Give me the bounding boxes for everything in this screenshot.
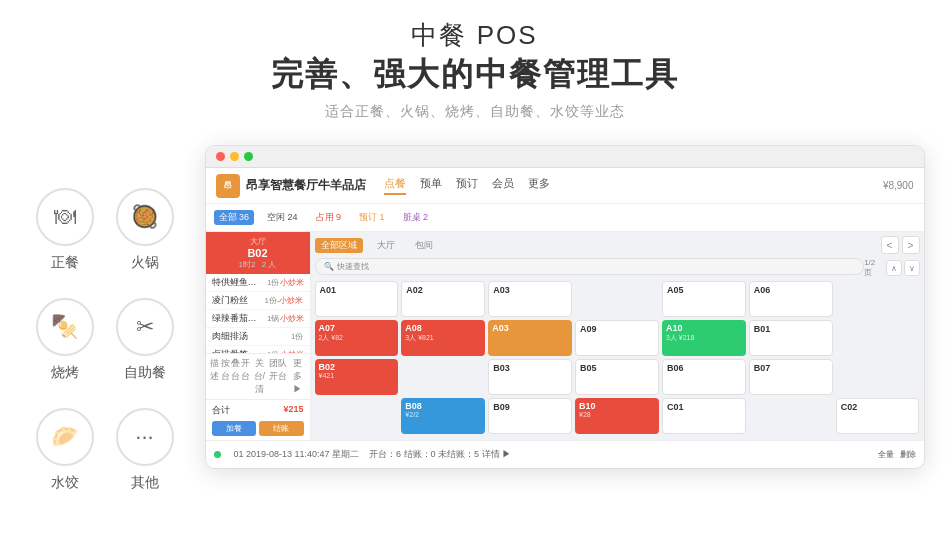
subtitle: 适合正餐、火锅、烧烤、自助餐、水饺等业态 — [271, 103, 679, 121]
table-info: 3人 ¥218 — [666, 333, 742, 343]
table-name: A08 — [405, 323, 481, 333]
icon-item-qita[interactable]: ··· 其他 — [105, 395, 185, 505]
table-cell-B02[interactable]: B02 ¥421 — [315, 359, 399, 395]
table-cell-A02[interactable]: A02 — [401, 281, 485, 317]
order-item: 卤排骨签 1份 小炒米 — [206, 346, 310, 353]
nav-tab-会员[interactable]: 会员 — [492, 176, 514, 195]
table-name: A03 — [493, 285, 567, 295]
area-prev-btn[interactable]: < — [881, 236, 899, 254]
store-name: 昂享智慧餐厅牛羊品店 — [246, 177, 366, 194]
bottom-action-全量[interactable]: 全量 — [878, 449, 894, 460]
table-cell-B01[interactable]: B01 — [749, 320, 833, 356]
nav-tab-预单[interactable]: 预单 — [420, 176, 442, 195]
icon-label-shaokao: 烧烤 — [51, 364, 79, 382]
order-total-amount: ¥215 — [283, 404, 303, 417]
quick-icon-关台/清[interactable]: 关台/清 — [251, 357, 268, 396]
table-cell-C02[interactable]: C02 — [836, 398, 920, 434]
page-up-btn[interactable]: ∧ — [886, 260, 902, 276]
order-items: 特供鲤鱼毛肚 1份 小炒米 凌门粉丝 1份 -小炒米 绿辣番茄鸡蛋糕 1锅 小炒… — [206, 274, 310, 353]
table-cell-A07[interactable]: A07 2人 ¥82 — [315, 320, 399, 356]
quick-icon-开台[interactable]: 开台 — [241, 357, 251, 396]
quick-icon-按台[interactable]: 按台 — [220, 357, 230, 396]
table-cell-B10[interactable]: B10 ¥28 — [575, 398, 659, 434]
chrome-maximize[interactable] — [244, 152, 253, 161]
table-name: B01 — [754, 324, 828, 334]
table-cell-B09[interactable]: B09 — [488, 398, 572, 434]
nav-tab-更多[interactable]: 更多 — [528, 176, 550, 195]
icon-item-shaokao[interactable]: 🍢 烧烤 — [25, 285, 105, 395]
chrome-close[interactable] — [216, 152, 225, 161]
icon-item-shuijiao[interactable]: 🥟 水饺 — [25, 395, 105, 505]
icon-item-huoguo[interactable]: 🥘 火锅 — [105, 175, 185, 285]
area-tab-大厅[interactable]: 大厅 — [371, 238, 401, 253]
table-cell-A06[interactable]: A06 — [749, 281, 833, 317]
nav-tab-预订[interactable]: 预订 — [456, 176, 478, 195]
table-info: 3人 ¥821 — [405, 333, 481, 343]
table-cell-A05[interactable]: A05 — [662, 281, 746, 317]
quick-icon-团队开台[interactable]: 团队开台 — [268, 357, 289, 396]
table-search[interactable]: 🔍 快速查找 — [315, 258, 865, 275]
table-cell-empty — [836, 359, 920, 395]
nav-tab-点餐[interactable]: 点餐 — [384, 176, 406, 195]
order-footer: 合计 ¥215 加餐 结账 — [206, 399, 310, 440]
area-tabs: 全部区域大厅包间 < > — [315, 236, 920, 254]
order-number: B02 — [212, 247, 304, 259]
pos-bottom-bar: 01 2019-08-13 11:40:47 星期二 开台：6 结账：0 未结账… — [206, 440, 924, 468]
icon-label-shuijiao: 水饺 — [51, 474, 79, 492]
badge-reserved: 预订 1 — [354, 210, 390, 225]
area-nav: < > — [881, 236, 920, 254]
table-name: C02 — [841, 402, 915, 412]
quick-icon-更多 ▶[interactable]: 更多 ▶ — [289, 357, 306, 396]
table-cell-empty — [749, 398, 833, 434]
table-name: A07 — [319, 323, 395, 333]
area-next-btn[interactable]: > — [902, 236, 920, 254]
table-cell-C01[interactable]: C01 — [662, 398, 746, 434]
area-tab-包间[interactable]: 包间 — [409, 238, 439, 253]
table-cell-B08[interactable]: B08 ¥2/2 — [401, 398, 485, 434]
page-down-btn[interactable]: ∨ — [904, 260, 920, 276]
table-cell-empty — [315, 398, 399, 434]
table-cell-A03[interactable]: A03 — [488, 281, 572, 317]
order-time: 1时2 2 人 — [212, 259, 304, 270]
order-item-qty: 1份 — [264, 295, 276, 306]
icon-item-zhengcan[interactable]: 🍽 正餐 — [25, 175, 105, 285]
pos-nav-tabs: 点餐预单预订会员更多 — [384, 176, 883, 195]
table-cell-B06[interactable]: B06 — [662, 359, 746, 395]
table-cell-A03[interactable]: A03 — [488, 320, 572, 356]
btn-checkout[interactable]: 结账 — [259, 421, 304, 436]
table-info: ¥421 — [319, 372, 395, 379]
table-name: A05 — [667, 285, 741, 295]
order-item-name: 肉细排汤 — [212, 330, 290, 343]
quick-icon-描述[interactable]: 描述 — [210, 357, 220, 396]
pos-logo: 昂 — [216, 174, 240, 198]
icon-circle-shuijiao: 🥟 — [36, 408, 94, 466]
table-cell-A09[interactable]: A09 — [575, 320, 659, 356]
table-cell-A08[interactable]: A08 3人 ¥821 — [401, 320, 485, 356]
icon-item-zizhucanting[interactable]: ✂ 自助餐 — [105, 285, 185, 395]
table-cell-A10[interactable]: A10 3人 ¥218 — [662, 320, 746, 356]
table-name: A02 — [406, 285, 480, 295]
title-line1: 中餐 POS — [271, 18, 679, 53]
table-info: ¥2/2 — [405, 411, 481, 418]
table-cell-A01[interactable]: A01 — [315, 281, 399, 317]
bottom-status-text: 01 2019-08-13 11:40:47 星期二 — [234, 448, 360, 461]
table-name: B10 — [579, 401, 655, 411]
chrome-minimize[interactable] — [230, 152, 239, 161]
icon-circle-shaokao: 🍢 — [36, 298, 94, 356]
table-cell-B07[interactable]: B07 — [749, 359, 833, 395]
table-cell-empty — [836, 281, 920, 317]
search-placeholder: 快速查找 — [337, 261, 369, 272]
quick-icon-叠台[interactable]: 叠台 — [230, 357, 240, 396]
table-cell-B03[interactable]: B03 — [488, 359, 572, 395]
table-cell-B05[interactable]: B05 — [575, 359, 659, 395]
pos-nav: 昂 昂享智慧餐厅牛羊品店 点餐预单预订会员更多 ¥8,900 — [206, 168, 924, 204]
table-name: A03 — [492, 323, 568, 333]
bottom-action-删除[interactable]: 删除 — [900, 449, 916, 460]
table-name: A10 — [666, 323, 742, 333]
area-tab-全部区域[interactable]: 全部区域 — [315, 238, 363, 253]
btn-add[interactable]: 加餐 — [212, 421, 257, 436]
table-info: ¥28 — [579, 411, 655, 418]
table-name: A01 — [320, 285, 394, 295]
order-total: 合计 ¥215 — [212, 404, 304, 417]
icon-label-huoguo: 火锅 — [131, 254, 159, 272]
